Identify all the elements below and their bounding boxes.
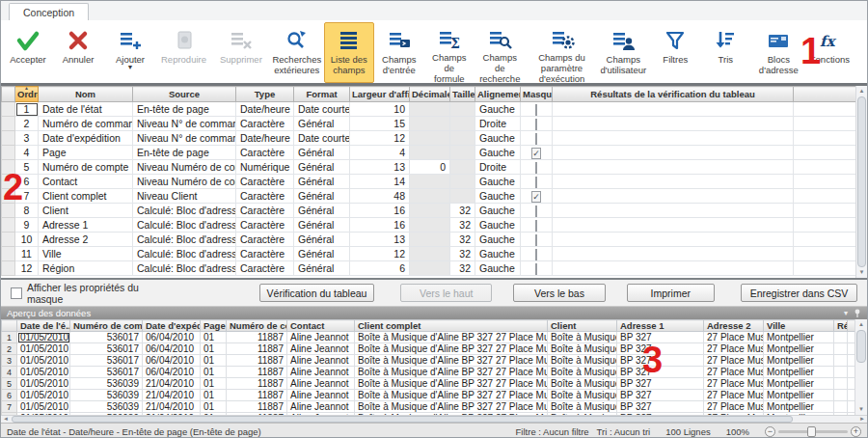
help-button[interactable]: ?Aide	[856, 22, 868, 83]
preview-cell[interactable]	[834, 343, 848, 355]
formula-fields-button[interactable]: ΣChamps de formule	[424, 22, 475, 83]
cell-format[interactable]: Date courte	[294, 131, 350, 146]
cell-type[interactable]: Caractère	[236, 146, 294, 160]
preview-cell[interactable]: Montpellier	[764, 332, 834, 343]
cell-decimales[interactable]	[410, 233, 450, 247]
preview-cell[interactable]: 01	[201, 355, 227, 367]
cell-largeur[interactable]: 13	[350, 233, 410, 247]
preview-cell[interactable]: 01	[201, 390, 227, 401]
preview-column-header[interactable]: Adresse 2	[704, 320, 764, 332]
preview-cell[interactable]: 27 Place Musc...	[704, 401, 764, 413]
row-selector[interactable]	[2, 117, 15, 131]
cell-resultats[interactable]	[553, 131, 794, 146]
cell-masque[interactable]	[521, 117, 553, 131]
cell-decimales[interactable]	[410, 247, 450, 261]
cell-type[interactable]: Caractère	[236, 233, 294, 247]
preview-cell[interactable]: 01/05/2010	[17, 401, 70, 413]
cell-masque[interactable]	[521, 160, 553, 175]
cell-alignement[interactable]: Droite	[475, 117, 521, 131]
preview-cell[interactable]: Boîte à Musique d'Aline BP 327 27 Place …	[355, 378, 548, 390]
cell-alignement[interactable]: Droite	[475, 160, 521, 175]
cell-alignement[interactable]: Gauche	[475, 189, 521, 204]
cell-taille[interactable]	[450, 131, 475, 146]
cell-type[interactable]: Caractère	[236, 247, 294, 261]
preview-cell[interactable]: 11887	[227, 390, 287, 401]
preview-column-header[interactable]: Ville	[764, 320, 834, 332]
preview-cell[interactable]: 01	[201, 343, 227, 355]
search-fields-button[interactable]: Champs de recherche	[475, 22, 526, 83]
cell-masque[interactable]	[521, 233, 553, 247]
cell-resultats[interactable]	[553, 218, 794, 233]
tab-conception[interactable]: Conception	[9, 3, 89, 20]
check-button[interactable]: Accepter	[3, 22, 53, 83]
scroll-right-icon[interactable]: ►	[857, 416, 867, 423]
preview-cell[interactable]: Aline Jeannot	[287, 343, 355, 355]
preview-cell[interactable]: 01/05/2010	[17, 390, 70, 401]
cell-resultats[interactable]	[553, 102, 794, 117]
preview-cell[interactable]: 11887	[227, 332, 287, 343]
cell-largeur[interactable]: 6	[350, 261, 410, 276]
preview-cell[interactable]: Aline Jeannot	[287, 401, 355, 413]
cell-filler[interactable]	[794, 261, 858, 276]
cell-decimales[interactable]	[410, 189, 450, 204]
preview-cell[interactable]: Boîte à Musique d'...	[548, 401, 617, 413]
cell-alignement[interactable]: Gauche	[475, 218, 521, 233]
field-list-button[interactable]: Liste des champs	[324, 22, 374, 83]
cell-type[interactable]: Caractère	[236, 189, 294, 204]
preview-cell[interactable]: BP 327	[617, 401, 704, 413]
cell-type[interactable]: Caractère	[236, 218, 294, 233]
cell-alignement[interactable]: Gauche	[475, 175, 521, 189]
fields-column-header[interactable]: Source	[133, 87, 236, 102]
cell-source[interactable]: Niveau Client	[133, 189, 236, 204]
cell-ordre[interactable]: 2	[15, 117, 39, 131]
cell-resultats[interactable]	[553, 189, 794, 204]
exec-param-fields-button[interactable]: Champs du paramètre d'exécution	[526, 22, 599, 83]
cell-ordre[interactable]: 12	[15, 261, 39, 276]
preview-cell[interactable]: Montpellier	[764, 401, 834, 413]
preview-column-header[interactable]: Client complet	[355, 320, 548, 332]
cell-source[interactable]: Niveau Numéro de compte	[133, 160, 236, 175]
preview-cell[interactable]: Boîte à Musique d'...	[548, 367, 617, 378]
cell-filler[interactable]	[794, 204, 858, 218]
masque-checkbox[interactable]	[535, 104, 537, 116]
masque-checkbox[interactable]	[535, 133, 537, 145]
cell-nom[interactable]: Page	[39, 146, 133, 160]
chevron-down-icon[interactable]: ▼	[127, 65, 134, 69]
masque-checkbox[interactable]	[535, 249, 537, 260]
fields-column-header[interactable]: Alignement	[475, 87, 521, 102]
cell-decimales[interactable]	[410, 218, 450, 233]
fields-column-header[interactable]: Type	[236, 87, 294, 102]
input-fields-button[interactable]: Champs d'entrée	[374, 22, 424, 83]
cell-filler[interactable]	[794, 189, 858, 204]
cell-format[interactable]: Date courte	[294, 102, 350, 117]
cell-nom[interactable]: Adresse 1	[39, 218, 133, 233]
row-number[interactable]: 5	[2, 378, 17, 390]
preview-cell[interactable]: 11887	[227, 413, 287, 416]
cell-type[interactable]: Date/heure	[236, 131, 294, 146]
cell-nom[interactable]: Numéro de commande	[39, 117, 133, 131]
preview-cell[interactable]: BP 327	[617, 413, 704, 416]
preview-cell[interactable]: 21/04/2010	[143, 390, 201, 401]
collapse-panel-icon[interactable]: ▾	[844, 309, 848, 317]
cell-resultats[interactable]	[553, 146, 794, 160]
preview-column-header[interactable]: Contact	[287, 320, 355, 332]
cell-largeur[interactable]: 12	[350, 131, 410, 146]
cell-format[interactable]: Général	[294, 160, 350, 175]
masque-checkbox[interactable]	[535, 220, 537, 232]
cell-resultats[interactable]	[553, 204, 794, 218]
scroll-down-icon[interactable]: ▼	[856, 267, 867, 278]
preview-cell[interactable]: 536039	[70, 413, 143, 416]
cell-ordre[interactable]: 3	[15, 131, 39, 146]
cell-source[interactable]: En-tête de page	[133, 146, 236, 160]
cell-decimales[interactable]	[410, 204, 450, 218]
cell-largeur[interactable]: 13	[350, 160, 410, 175]
fields-column-header[interactable]: Nom	[39, 87, 133, 102]
cell-type[interactable]: Caractère	[236, 261, 294, 276]
cell-format[interactable]: Général	[294, 247, 350, 261]
cell-resultats[interactable]	[553, 117, 794, 131]
preview-cell[interactable]: Boîte à Musique d'Aline BP 327 27 Place …	[355, 355, 548, 367]
cell-alignement[interactable]: Gauche	[475, 131, 521, 146]
cell-taille[interactable]	[450, 160, 475, 175]
preview-cell[interactable]	[834, 401, 848, 413]
preview-cell[interactable]: Montpellier	[764, 343, 834, 355]
